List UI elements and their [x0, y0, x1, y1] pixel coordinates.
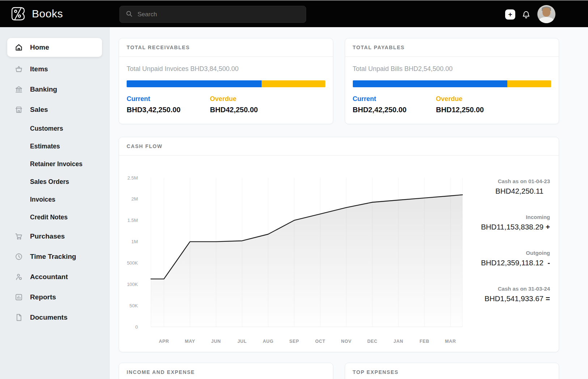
stat-label: Outgoing: [481, 250, 550, 256]
sidebar-item-label: Purchases: [30, 232, 65, 240]
current-amount: BHD2,42,250.00: [353, 106, 436, 114]
sidebar-item-time-tracking[interactable]: Time Tracking: [0, 247, 109, 267]
sidebar-item-accountant[interactable]: Accountant: [0, 267, 109, 287]
sidebar-item-purchases[interactable]: Purchases: [0, 226, 109, 247]
store-icon: [14, 105, 23, 114]
sidebar-subitem-invoices[interactable]: Invoices: [0, 191, 109, 209]
cashflow-stat-cash-as-on-31-03-24: Cash as on 31-03-24BHD1,541,933.67=: [485, 286, 550, 303]
svg-text:SEP: SEP: [289, 339, 299, 344]
search-input[interactable]: [138, 11, 300, 18]
overdue-label: Overdue: [436, 95, 484, 103]
main-content: TOTAL RECEIVABLES Total Unpaid Invoices …: [110, 27, 588, 379]
overdue-amount: BHD12,250.00: [436, 106, 484, 114]
receivables-current-segment: [127, 80, 262, 87]
sidebar-subitem-sales-orders[interactable]: Sales Orders: [0, 173, 109, 191]
card-header: TOTAL RECEIVABLES: [119, 38, 333, 57]
income-expense-card: INCOME AND EXPENSE: [119, 363, 333, 379]
current-label: Current: [353, 95, 436, 103]
svg-text:NOV: NOV: [341, 339, 352, 344]
stat-value: BHD11,153,838.29: [481, 223, 543, 231]
svg-text:JUL: JUL: [237, 339, 246, 344]
svg-text:JUN: JUN: [211, 339, 221, 344]
svg-text:DEC: DEC: [367, 339, 377, 344]
top-expenses-card: TOP EXPENSES: [345, 363, 559, 379]
sidebar-item-reports[interactable]: Reports: [0, 287, 109, 307]
current-label: Current: [127, 95, 210, 103]
sidebar-item-sales[interactable]: Sales: [0, 100, 109, 120]
card-header: INCOME AND EXPENSE: [119, 363, 333, 379]
receivables-card-title: TOTAL RECEIVABLES: [127, 45, 190, 50]
basket-icon: [14, 65, 23, 73]
overdue-label: Overdue: [210, 95, 258, 103]
sidebar-item-label: Time Tracking: [30, 253, 76, 261]
svg-text:JAN: JAN: [394, 339, 403, 344]
avatar-shirt: [539, 17, 554, 23]
stat-value: BHD12,359,118.12: [481, 258, 543, 267]
cashflow-stat-incoming: IncomingBHD11,153,838.29+: [481, 214, 550, 231]
app-logo[interactable]: Books: [10, 6, 63, 22]
total-payables-card: TOTAL PAYABLES Total Unpaid Bills BHD2,5…: [345, 38, 559, 124]
sidebar-subitem-customers[interactable]: Customers: [0, 120, 109, 138]
home-icon: [14, 43, 23, 52]
svg-text:OCT: OCT: [315, 339, 325, 344]
sidebar-subitem-credit-notes[interactable]: Credit Notes: [0, 209, 109, 226]
app-name: Books: [32, 8, 63, 20]
bank-icon: [14, 85, 23, 94]
receivables-progress-bar: [127, 80, 325, 87]
svg-text:50K: 50K: [130, 303, 138, 308]
cashflow-stat-cash-as-on-01-04-23: Cash as on 01-04-23BHD42,250.11: [495, 178, 550, 195]
sidebar-item-label: Items: [30, 65, 48, 73]
user-avatar[interactable]: [537, 5, 555, 23]
sidebar-item-banking[interactable]: Banking: [0, 79, 109, 100]
sidebar-subitem-retainer-invoices[interactable]: Retainer Invoices: [0, 155, 109, 173]
card-header: TOTAL PAYABLES: [345, 38, 559, 57]
svg-text:1M: 1M: [131, 239, 138, 244]
payables-card-title: TOTAL PAYABLES: [353, 45, 405, 50]
svg-text:FEB: FEB: [420, 339, 430, 344]
sidebar-nav: HomeItemsBankingSalesCustomersEstimatesR…: [0, 27, 110, 379]
stat-label: Incoming: [481, 214, 550, 220]
svg-text:500K: 500K: [127, 260, 138, 266]
svg-text:100K: 100K: [127, 282, 138, 287]
search-bar[interactable]: [119, 6, 306, 23]
notifications-bell-icon[interactable]: [521, 9, 531, 20]
sidebar-item-label: Documents: [30, 313, 67, 321]
overdue-amount: BHD42,250.00: [210, 106, 258, 114]
sidebar-item-home[interactable]: Home: [7, 38, 102, 57]
svg-text:1.5M: 1.5M: [127, 218, 138, 223]
accountant-icon: [14, 273, 23, 281]
reports-icon: [14, 293, 23, 302]
svg-text:0: 0: [135, 324, 138, 330]
quick-add-button[interactable]: +: [505, 9, 515, 20]
stat-operator: =: [543, 294, 550, 303]
card-header: TOP EXPENSES: [345, 363, 559, 379]
stat-label: Cash as on 01-04-23: [495, 178, 550, 184]
avatar-face: [542, 8, 550, 17]
search-icon: [125, 10, 133, 19]
svg-text:AUG: AUG: [263, 339, 274, 344]
income-expense-card-title: INCOME AND EXPENSE: [127, 369, 195, 375]
current-amount: BHD3,42,250.00: [127, 106, 210, 114]
top-expenses-card-title: TOP EXPENSES: [353, 369, 399, 375]
sidebar-item-label: Banking: [30, 85, 57, 93]
clock-icon: [14, 252, 23, 261]
svg-text:2.5M: 2.5M: [127, 175, 138, 181]
sidebar-item-items[interactable]: Items: [0, 59, 109, 79]
cart-icon: [14, 232, 23, 241]
cashflow-stat-outgoing: OutgoingBHD12,359,118.12-: [481, 250, 550, 267]
payables-subtitle: Total Unpaid Bills BHD2,54,500.00: [353, 65, 551, 73]
sidebar-subitem-estimates[interactable]: Estimates: [0, 138, 109, 155]
sidebar-item-label: Home: [30, 43, 49, 51]
svg-text:MAR: MAR: [445, 339, 456, 344]
sidebar-item-label: Reports: [30, 293, 56, 301]
stat-operator: -: [543, 258, 550, 267]
sidebar-item-label: Sales: [30, 106, 48, 114]
document-icon: [14, 313, 23, 322]
sidebar-item-documents[interactable]: Documents: [0, 307, 109, 328]
stat-value: BHD1,541,933.67: [485, 294, 543, 303]
total-receivables-card: TOTAL RECEIVABLES Total Unpaid Invoices …: [119, 38, 333, 124]
svg-text:APR: APR: [159, 339, 169, 344]
top-bar: Books +: [0, 0, 588, 27]
receivables-overdue-segment: [262, 80, 325, 87]
payables-current-segment: [353, 80, 508, 87]
